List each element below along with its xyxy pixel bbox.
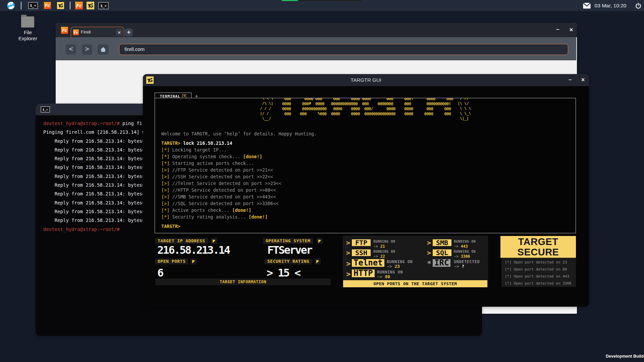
browser-toolbar: < > firell.com [56, 37, 576, 60]
taskbar-running-targtr-icon[interactable] [87, 2, 94, 9]
port-row-marker: > [346, 239, 350, 246]
taskbar-terminal-icon[interactable]: $_< [28, 2, 38, 9]
info-field-label: OPEN PORTS [155, 258, 188, 264]
info-field-value: 216.58.213.14 [157, 245, 229, 255]
port-number: -> 3306 [454, 254, 470, 259]
port-badge[interactable]: FTP [352, 239, 371, 246]
targtr-titlebar[interactable]: TARGTR GUI – × [143, 74, 589, 86]
targtr-terminal-line: TARGTR> lock 216.58.213.14 [161, 140, 317, 146]
browser-new-tab-button[interactable]: + [125, 28, 133, 37]
open-ports-caption: OPEN PORTS ON THE TARGET SYSTEM [343, 280, 487, 287]
targtr-terminal-line: [>] //SMB Service detected on port >>443… [161, 193, 317, 200]
targtr-terminal-line: [*] Operating system check... [done!] [161, 153, 317, 160]
targtr-window: TARGTR GUI – × TERMINAL × + \ \ \ @@@ @@… [143, 74, 589, 307]
port-number: -> 21 [373, 244, 385, 249]
browser-tab[interactable]: Fc Firell × [71, 27, 124, 38]
mail-icon[interactable] [583, 3, 591, 9]
targtr-terminal-line: [>] //Telnet Service detected on port >>… [161, 180, 317, 187]
port-status: UNDETECTED [454, 259, 480, 264]
terminal-icon-label: $_< [30, 4, 36, 7]
targtr-terminal-output: Welcome to TARGTR, use ‘help’ for detail… [161, 130, 317, 230]
info-field-value: 6 [157, 268, 163, 278]
info-field-flag-button[interactable] [315, 258, 321, 264]
browser-forward-button[interactable]: > [82, 44, 92, 55]
home-icon [100, 46, 106, 53]
file-explorer-icon[interactable] [21, 16, 34, 27]
browser-back-button[interactable]: < [66, 44, 76, 55]
flag-icon [191, 258, 197, 264]
info-field-value: FTServer [267, 245, 312, 255]
port-row-marker: * [427, 260, 431, 267]
targtr-terminal-line: [*] Active ports check... [done!] [161, 207, 317, 214]
port-row-marker: > [427, 249, 431, 256]
taskbar-divider-2 [70, 2, 70, 9]
port-status: RUNNING ON [377, 270, 403, 275]
browser-tab-title: Firell [81, 27, 91, 37]
port-badge[interactable]: SSH [352, 249, 371, 256]
info-field-flag-button[interactable] [191, 258, 197, 264]
clock[interactable]: 03 Mar, 10:20 [593, 0, 628, 11]
info-field-label: OPERATING SYSTEM [263, 238, 313, 244]
taskbar-targtr-icon[interactable] [57, 2, 64, 9]
port-number: -> ? [454, 264, 464, 269]
targtr-terminal-line: [*] Starting active ports check... [161, 160, 317, 167]
browser-tab-favicon: Fc [73, 29, 79, 35]
port-badge[interactable]: SQL [433, 249, 451, 256]
targtr-icon-glyph [57, 2, 64, 9]
port-badge[interactable]: IRC [433, 259, 450, 267]
browser-home-button[interactable] [98, 44, 109, 55]
taskbar-firell-icon[interactable]: Fc [44, 2, 51, 9]
targtr-terminal-line [161, 220, 317, 223]
port-status: RUNNING ON [387, 259, 413, 264]
targtr-terminal-line: [>] //SQL Service detected on port >>330… [161, 200, 317, 207]
flag-icon [315, 258, 321, 264]
target-secure-banner: TARGETSECURE [500, 236, 576, 258]
targtr-terminal-line: [>] //FTP Service detected on port >>21<… [161, 167, 317, 173]
port-status: RUNNING ON [454, 250, 476, 253]
port-row-marker: > [346, 270, 351, 278]
port-number: -> 443 [454, 244, 468, 249]
targtr-ascii-banner: \ \ \ @@@ @@@@ @@@ @@@ @@@@ @@@@ @@@ @@@… [260, 98, 471, 121]
targtr-close-button[interactable]: × [579, 74, 587, 86]
port-badge[interactable]: SMB [433, 239, 451, 246]
targtr-terminal-line: [*] Security rating analysis... [done!] [161, 214, 317, 220]
targtr-terminal-line [161, 137, 317, 140]
port-row-marker: > [427, 239, 431, 246]
firell-icon-label: Fc [45, 3, 50, 8]
targtr-terminal-line: [>] //SSH Service detected on port >>22<… [161, 173, 317, 180]
targtr-terminal-line: [>] //HTTP Service detected on port >>80… [161, 187, 317, 193]
browser-app-icon: Fc [61, 27, 68, 34]
info-field-flag-button[interactable] [211, 238, 217, 244]
os-logo-icon[interactable] [7, 1, 15, 10]
port-number: -> 80 [377, 274, 390, 279]
port-badge[interactable]: Telnet [352, 259, 384, 267]
browser-tab-close-icon[interactable]: × [116, 29, 123, 36]
browser-url-input[interactable]: firell.com [119, 44, 568, 55]
browser-minimize-button[interactable]: – [554, 23, 561, 37]
targtr-window-title: TARGTR GUI [143, 74, 589, 86]
browser-close-button[interactable]: × [568, 23, 575, 37]
info-field-flag-button[interactable] [317, 238, 323, 244]
open-ports-panel: OPEN PORTS ON THE TARGET SYSTEM >FTPRUNN… [343, 236, 488, 288]
terminal-window-icon: $_< [41, 106, 50, 113]
port-status: RUNNING ON [373, 250, 395, 253]
power-icon[interactable] [635, 3, 641, 9]
info-field-label: TARGET IP ADDRESS [155, 238, 208, 244]
dev-build-label: Development Build [606, 354, 644, 359]
targtr-terminal: \ \ \ @@@ @@@@ @@@ @@@ @@@@ @@@@ @@@ @@@… [155, 98, 576, 233]
targtr-icon-glyph [87, 2, 94, 9]
browser-titlebar[interactable]: Fc Fc Firell × + – × [56, 23, 577, 37]
progress-bar-fill [282, 0, 298, 1]
targtr-minimize-button[interactable]: – [567, 74, 574, 86]
flag-icon [317, 238, 323, 244]
taskbar-divider [21, 2, 21, 9]
taskbar-running-firell-icon[interactable]: Fc [75, 2, 83, 9]
file-explorer-label: FileExplorer [8, 29, 48, 42]
firell-icon-label: Fc [76, 3, 82, 8]
port-row-marker: > [346, 260, 351, 267]
port-row-marker: > [346, 249, 350, 256]
taskbar: $_< Fc Fc $_< 03 Mar, 10:20 [0, 0, 644, 11]
terminal-icon-label: $_< [100, 4, 106, 8]
port-badge[interactable]: HTTP [352, 269, 375, 277]
taskbar-running-terminal-icon[interactable]: $_< [98, 2, 109, 9]
